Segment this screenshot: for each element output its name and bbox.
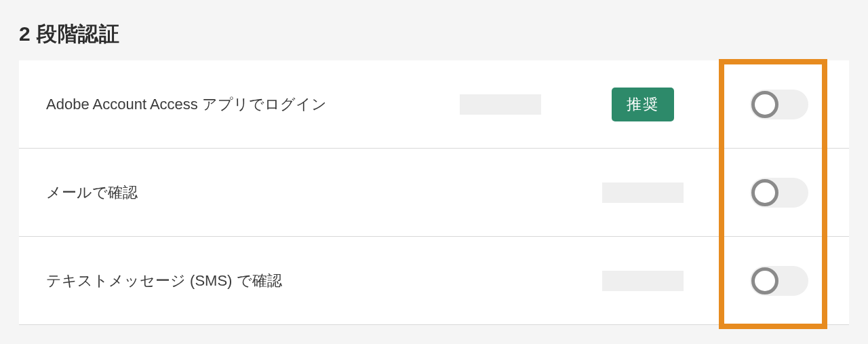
toggle-knob-icon — [751, 179, 778, 206]
toggle-column — [711, 266, 822, 296]
toggle-column — [711, 90, 822, 119]
row-adobe-account-access: Adobe Account Access アプリでログイン 推奨 — [19, 60, 849, 149]
section-title: 2 段階認証 — [19, 20, 849, 48]
row-sms-verification: テキストメッセージ (SMS) で確認 — [19, 237, 849, 325]
badge-column: 推奨 — [575, 88, 711, 121]
toggle-knob-icon — [751, 267, 778, 294]
row-email-verification: メールで確認 — [19, 149, 849, 237]
two-step-verification-section: 2 段階認証 Adobe Account Access アプリでログイン 推奨 … — [0, 0, 868, 344]
badge-column — [575, 183, 711, 203]
toggle-email-verification[interactable] — [750, 178, 808, 208]
redacted-placeholder — [460, 94, 541, 115]
row-label: Adobe Account Access アプリでログイン — [46, 94, 426, 115]
placeholder-column — [426, 94, 575, 115]
badge-column — [575, 271, 711, 291]
settings-panel: Adobe Account Access アプリでログイン 推奨 メールで確認 — [19, 60, 849, 325]
toggle-sms-verification[interactable] — [750, 266, 808, 296]
toggle-knob-icon — [751, 91, 778, 118]
recommended-badge: 推奨 — [612, 88, 674, 121]
row-label: テキストメッセージ (SMS) で確認 — [46, 271, 426, 291]
row-label: メールで確認 — [46, 183, 426, 203]
redacted-placeholder — [602, 183, 684, 203]
toggle-adobe-account-access[interactable] — [750, 90, 808, 119]
toggle-column — [711, 178, 822, 208]
redacted-placeholder — [602, 271, 684, 291]
